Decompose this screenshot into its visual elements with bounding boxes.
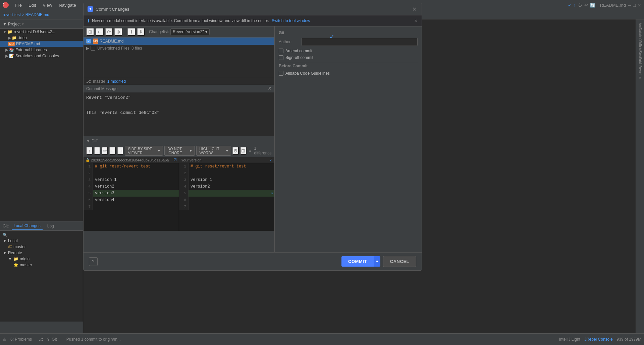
diff-right-content-2 (189, 170, 274, 177)
unversioned-checkbox[interactable] (91, 46, 95, 51)
commit-message-textarea[interactable]: Revert "version2" This reverts commit de… (84, 92, 274, 136)
diff-arrow: ▼ (86, 139, 90, 143)
scratches-arrow: ▶ (5, 54, 8, 58)
database-tool[interactable]: Database (637, 31, 643, 38)
changelist-dropdown-icon: ▾ (205, 29, 207, 34)
diff-left-pane: 🔒 2d20029edc2fbceeccf5816b44d0b78f5c116a… (84, 157, 179, 231)
menu-file[interactable]: File (12, 1, 24, 9)
restservices-tool[interactable]: RestServices (637, 50, 643, 57)
remote-master[interactable]: ⭐ master (1, 262, 82, 268)
difference-count: 1 difference (254, 146, 272, 155)
tree-root[interactable]: ▼ 📁 revert-test D:\Users\2... (0, 29, 83, 35)
unversioned-label: Unversioned Files (97, 46, 129, 51)
refresh-btn[interactable]: ⟳ (105, 28, 113, 36)
settings-btn[interactable]: ⚙ (232, 147, 239, 155)
diff-toolbar: ↑ ↓ ✏ ← → SIDE-BY-SIDE VIEWER ▾ DO NOT I… (84, 145, 274, 157)
notification-close-button[interactable]: ✕ (414, 18, 418, 23)
tree-idea[interactable]: ▶ 📁 .idea (0, 35, 83, 41)
project-label: Project (8, 22, 20, 26)
remote-section[interactable]: ▼ Remote (1, 250, 82, 256)
sign-off-checkbox[interactable] (279, 55, 283, 60)
amend-commit-checkbox[interactable] (279, 49, 283, 53)
menu-edit[interactable]: Edit (26, 1, 39, 9)
alibaba-row: Alibaba Code Guidelines (279, 71, 418, 76)
diff-right-content-3: version 1 (189, 177, 274, 183)
viewer-label: SIDE-BY-SIDE VIEWER (128, 147, 157, 155)
tree-scratches[interactable]: ▶ 📝 Scratches and Consoles (0, 53, 83, 59)
md-file-icon: MD (93, 39, 98, 44)
ignore-dropdown-icon: ▾ (190, 149, 192, 153)
move-up-btn[interactable]: ⬆ (127, 28, 136, 36)
commit-msg-clock-icon[interactable]: ⏱ (268, 86, 272, 91)
master-branch[interactable]: 🏷 master (1, 244, 82, 250)
dialog-icon: ⬆ (88, 6, 93, 12)
help-button[interactable]: ? (89, 257, 98, 266)
tree-ext-libs[interactable]: ▶ 📚 External Libraries (0, 47, 83, 53)
tree-readme[interactable]: MD README.md (0, 41, 83, 47)
tab-log[interactable]: Log (45, 222, 56, 230)
commit-message-section: Commit Message ⏱ Revert "version2" This … (84, 85, 274, 137)
side-by-side-viewer-btn[interactable]: SIDE-BY-SIDE VIEWER ▾ (125, 146, 163, 156)
readme-label: README.md (16, 42, 40, 46)
undo-btn[interactable]: ↩ (96, 28, 104, 36)
highlight-label: HIGHLIGHT WORDS (199, 147, 225, 155)
unversioned-row[interactable]: ▶ Unversioned Files 8 files (84, 45, 274, 52)
author-label: Author: (279, 40, 299, 44)
readme-checkbox[interactable]: ✓ (86, 39, 91, 44)
diff-right-lines: 1 # git reset/revert test 2 3 version 1 (179, 163, 274, 210)
readme-file-item[interactable]: ✓ MD README.md (84, 38, 274, 45)
dialog-close-button[interactable]: ✕ (411, 6, 418, 12)
menu-navigate[interactable]: Navigate (56, 1, 78, 9)
git-search-row[interactable]: 🔍 (1, 232, 82, 238)
diff-label: Diff (92, 139, 98, 143)
alibaba-checkbox[interactable] (279, 71, 283, 76)
scratches-icon: 📝 (9, 54, 14, 58)
modified-badge[interactable]: 1 modified (107, 79, 126, 84)
minimize-btn[interactable]: ─ (628, 3, 631, 8)
view-mode-btn[interactable]: ⊞ (240, 147, 247, 155)
dialog-title: Commit Changes (96, 7, 411, 12)
diff-left-line-7: 7 (84, 203, 179, 210)
git-label: Git: (3, 224, 9, 228)
diff-header[interactable]: ▼ Diff (84, 137, 274, 145)
switch-to-tool-window-link[interactable]: Switch to tool window (272, 18, 310, 23)
menu-view[interactable]: View (40, 1, 55, 9)
scratches-label: Scratches and Consoles (15, 54, 59, 58)
diff-forward-btn[interactable]: → (117, 147, 123, 155)
diff-left-num-7: 7 (84, 203, 93, 210)
maximize-btn[interactable]: □ (633, 3, 636, 8)
diff-left-content-7 (93, 203, 179, 210)
dialog-title-bar: ⬆ Commit Changes ✕ (84, 3, 422, 15)
favorites-tool[interactable]: Favorites (637, 69, 643, 76)
highlight-words-btn[interactable]: HIGHLIGHT WORDS ▾ (196, 146, 231, 156)
right-sidebar: Ant Database JRebel RestServices SciView… (636, 19, 644, 333)
origin-item[interactable]: ▼ 📁 origin (1, 256, 82, 262)
diff-left-line-3: 3 version 1 (84, 177, 179, 183)
diff-left-line-5: 5 version3 (84, 190, 179, 197)
highlight-dropdown-icon: ▾ (226, 149, 228, 153)
commit-dropdown-button[interactable]: ▾ (374, 256, 380, 267)
expand-btn[interactable]: ⊞ (86, 28, 94, 36)
git-panel: Git: Local Changes Log 🔍 ▼ Local 🏷 maste… (0, 221, 83, 322)
diff-edit-btn[interactable]: ✏ (102, 147, 108, 155)
move-down-btn[interactable]: ⬇ (137, 28, 145, 36)
cancel-button[interactable]: CANCEL (383, 256, 416, 267)
diff-right-line-4: 4 version2 (179, 183, 274, 190)
window-close-btn[interactable]: ✕ (638, 3, 641, 8)
diff-back-btn[interactable]: ← (109, 147, 116, 155)
changelist-select[interactable]: Revert "version2" ▾ (170, 28, 210, 35)
diff-nav-up[interactable]: ↑ (86, 147, 93, 155)
branch-tag-icon: 🏷 (8, 245, 12, 249)
do-not-ignore-btn[interactable]: DO NOT IGNORE ▾ (164, 146, 195, 156)
tab-local-changes[interactable]: Local Changes (12, 222, 43, 230)
diff-nav-down[interactable]: ↓ (94, 147, 100, 155)
merge-btn[interactable]: ⊕ (114, 28, 122, 36)
diff-right-num-4: 4 (179, 183, 189, 190)
author-input[interactable] (302, 38, 418, 46)
local-section[interactable]: ▼ Local (1, 238, 82, 244)
diff-right-check-5[interactable]: ☑ (269, 190, 274, 197)
dialog-toolbar: ⊞ ↩ ⟳ ⊕ ⬆ ⬇ Changelist: Revert "version2… (84, 26, 274, 38)
diff-left-content-6: version4 (93, 197, 179, 203)
commit-button[interactable]: COMMIT (341, 256, 374, 267)
master-label: master (13, 245, 26, 249)
